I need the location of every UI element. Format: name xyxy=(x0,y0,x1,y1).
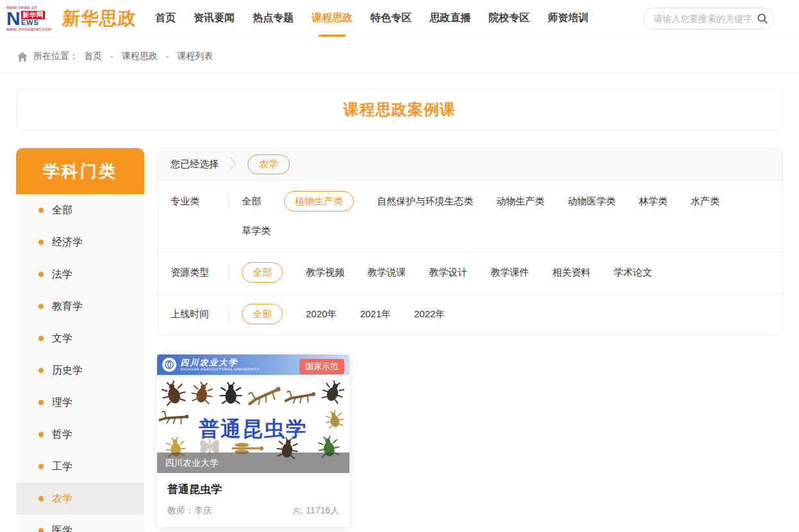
bullet-dot-icon xyxy=(38,496,44,501)
logo-url-bottom: www.xinhuanet.com xyxy=(6,27,52,31)
insect-icon xyxy=(283,388,316,410)
page-title: 课程思政案例课 xyxy=(344,99,456,120)
bullet-dot-icon xyxy=(38,368,44,373)
filter-options: 全部 2020年 2021年 2022年 xyxy=(242,304,770,324)
site-logo[interactable]: www.news.cn N 新华网 EWS www.xinhuanet.com … xyxy=(6,5,132,31)
filter-option[interactable]: 教学课件 xyxy=(491,262,529,283)
sidebar-item-label: 教育学 xyxy=(52,300,83,313)
bullet-dot-icon xyxy=(38,400,44,405)
sidebar-item-label: 经济学 xyxy=(52,236,83,249)
filter-option[interactable]: 自然保护与环境生态类 xyxy=(377,191,473,212)
filter-option[interactable]: 林学类 xyxy=(639,191,668,212)
filter-option[interactable]: 相关资料 xyxy=(552,262,591,283)
nav-item-featured[interactable]: 特色专区 xyxy=(362,0,421,37)
breadcrumb-prefix: 所在位置： xyxy=(33,51,78,62)
breadcrumb-home[interactable]: 首页 xyxy=(84,51,102,62)
logo-swoosh-icon xyxy=(56,19,58,24)
filter-option-selected[interactable]: 全部 xyxy=(242,304,283,324)
filter-option[interactable]: 动物医学类 xyxy=(568,191,616,212)
sidebar-item-history[interactable]: 历史学 xyxy=(16,354,144,387)
home-icon xyxy=(17,52,28,62)
insect-icon xyxy=(219,381,243,408)
bullet-dot-icon xyxy=(38,432,44,437)
filter-option[interactable]: 草学类 xyxy=(242,220,271,241)
selected-filters-row: 您已经选择 农学 xyxy=(158,149,782,181)
search-box xyxy=(643,8,774,29)
insect-icon xyxy=(317,377,348,409)
filter-option[interactable]: 全部 xyxy=(242,191,261,212)
selected-filter-chip[interactable]: 农学 xyxy=(248,154,290,174)
sidebar-item-philosophy[interactable]: 哲学 xyxy=(16,419,144,451)
insect-icon xyxy=(189,379,215,409)
breadcrumb-course-list[interactable]: 课程列表 xyxy=(177,51,213,62)
breadcrumb-course[interactable]: 课程思政 xyxy=(122,51,158,62)
filter-group-label: 上线时间 xyxy=(171,304,228,324)
filter-option[interactable]: 教学说课 xyxy=(367,262,406,283)
nav-item-course-szheng[interactable]: 课程思政 xyxy=(303,0,362,37)
nav-item-training[interactable]: 师资培训 xyxy=(539,0,598,37)
search-icon[interactable] xyxy=(757,13,768,24)
nav-item-colleges[interactable]: 院校专区 xyxy=(480,0,539,37)
breadcrumb-separator: - xyxy=(110,51,114,62)
student-count: 11716人 xyxy=(292,505,339,517)
content-column: 您已经选择 农学 专业类 全部 植物生产类 自然保护与环境生态类 动物生产类 动… xyxy=(157,148,783,527)
bullet-dot-icon xyxy=(38,272,44,277)
bullet-dot-icon xyxy=(38,528,44,532)
sidebar-item-medicine[interactable]: 医学 xyxy=(16,515,144,532)
filter-option[interactable]: 2021年 xyxy=(360,304,391,324)
university-logo xyxy=(162,358,176,372)
sidebar-list: 全部 经济学 法学 教育学 文学 历史学 xyxy=(16,194,144,532)
course-title: 普通昆虫学 xyxy=(167,482,339,497)
page-title-card: 课程思政案例课 xyxy=(16,89,783,130)
sidebar-item-label: 哲学 xyxy=(52,428,72,442)
nav-item-topics[interactable]: 热点专题 xyxy=(244,0,303,37)
search-input[interactable] xyxy=(643,8,774,29)
filter-option[interactable]: 2020年 xyxy=(306,304,337,324)
vertical-divider xyxy=(228,306,229,322)
sidebar-item-agriculture[interactable]: 农学 xyxy=(16,483,144,515)
sidebar-item-label: 农学 xyxy=(52,492,72,506)
sidebar-item-label: 全部 xyxy=(52,204,72,217)
filter-option[interactable]: 动物生产类 xyxy=(496,191,544,212)
filter-option[interactable]: 教学视频 xyxy=(306,262,344,283)
sidebar-item-economics[interactable]: 经济学 xyxy=(16,226,144,258)
sidebar-item-law[interactable]: 法学 xyxy=(16,258,144,290)
filter-option[interactable]: 教学设计 xyxy=(429,262,467,283)
logo-n-letter: N xyxy=(6,10,21,27)
sidebar-item-engineering[interactable]: 工学 xyxy=(16,451,144,483)
logo-ews: EWS xyxy=(21,19,45,26)
filter-group-major: 专业类 全部 植物生产类 自然保护与环境生态类 动物生产类 动物医学类 林学类 … xyxy=(158,181,782,252)
sidebar-title: 学科门类 xyxy=(16,148,144,194)
banner-university-name-en: SICHUAN AGRICULTURAL UNIVERSITY xyxy=(180,367,260,372)
nav-item-home[interactable]: 首页 xyxy=(146,0,185,37)
course-card[interactable]: 四川农业大学 SICHUAN AGRICULTURAL UNIVERSITY 国… xyxy=(157,354,349,527)
chevron-right-icon xyxy=(230,156,236,173)
sidebar-item-education[interactable]: 教育学 xyxy=(16,290,144,322)
xinhuanet-logo: www.news.cn N 新华网 EWS www.xinhuanet.com xyxy=(6,5,52,31)
nav-item-news[interactable]: 资讯要闻 xyxy=(185,0,244,37)
national-demo-badge: 国家示范 xyxy=(299,359,344,374)
bullet-dot-icon xyxy=(38,464,44,469)
course-info: 普通昆虫学 教师：李庆 11716人 xyxy=(157,473,349,527)
filter-option[interactable]: 水产类 xyxy=(691,191,719,212)
sidebar-item-all[interactable]: 全部 xyxy=(16,194,144,226)
filter-option-selected[interactable]: 全部 xyxy=(242,262,283,283)
filter-option[interactable]: 2022年 xyxy=(414,304,445,324)
sidebar-item-science[interactable]: 理学 xyxy=(16,387,144,419)
filter-option-selected[interactable]: 植物生产类 xyxy=(284,191,354,212)
student-count-label: 11716人 xyxy=(306,505,339,517)
filter-panel: 您已经选择 农学 专业类 全部 植物生产类 自然保护与环境生态类 动物生产类 动… xyxy=(157,148,783,335)
course-teacher: 教师：李庆 xyxy=(167,505,212,517)
sidebar-item-label: 工学 xyxy=(52,460,72,474)
bullet-dot-icon xyxy=(38,208,44,213)
sidebar-item-literature[interactable]: 文学 xyxy=(16,322,144,354)
cover-university-overlay: 四川农业大学 xyxy=(157,453,349,473)
sidebar-item-label: 历史学 xyxy=(52,364,83,378)
top-header: www.news.cn N 新华网 EWS www.xinhuanet.com … xyxy=(0,0,799,37)
breadcrumb-separator: - xyxy=(166,51,169,62)
nav-item-live[interactable]: 思政直播 xyxy=(421,0,480,37)
filter-group-label: 资源类型 xyxy=(171,262,228,283)
main-nav: 首页 资讯要闻 热点专题 课程思政 特色专区 思政直播 院校专区 师资培训 xyxy=(146,0,598,37)
breadcrumb: 所在位置： 首页 - 课程思政 - 课程列表 xyxy=(0,37,799,74)
filter-option[interactable]: 学术论文 xyxy=(614,262,652,283)
